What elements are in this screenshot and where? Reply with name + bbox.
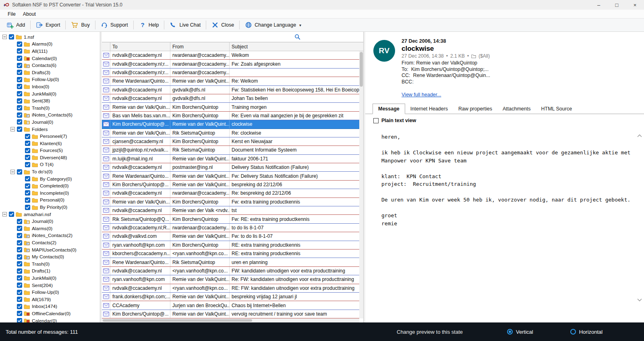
tree-item-inotes-contacts-6[interactable]: iNotes_Contacts(6) [0, 112, 100, 119]
email-row[interactable]: rvdvalk@ccacademy.nlrwardenaar@ccacademy… [102, 189, 363, 198]
checkbox-checked-icon[interactable] [25, 134, 30, 139]
email-row[interactable]: Rene Wardenaar/Quinto...Remie van der Va… [102, 77, 363, 85]
tab-message[interactable]: Message [373, 104, 405, 114]
tree-item-mapiusecontacts-0[interactable]: MAPIUseContacts(0) [0, 246, 100, 254]
checkbox-checked-icon[interactable] [17, 283, 22, 288]
tree-item-personeel-7[interactable]: Personeel(7) [0, 133, 100, 140]
menu-item-about[interactable]: About [19, 10, 39, 18]
email-row[interactable]: Bas van Melis bas.van.m...Kim BorchersQu… [102, 112, 363, 120]
plain-text-checkbox[interactable] [373, 118, 379, 123]
email-row[interactable]: Kim Borchers/Quintop@...Remie van der Va… [102, 181, 363, 189]
scroll-up-icon[interactable] [637, 132, 642, 139]
tree-item-my-contacts-0[interactable]: My Contacts(0) [0, 253, 100, 260]
tree-item-follow-up-0[interactable]: Follow-Up(0) [0, 76, 100, 83]
tree-item-sent-38[interactable]: Sent(38) [0, 97, 100, 104]
checkbox-checked-icon[interactable] [17, 318, 22, 322]
checkbox-checked-icon[interactable] [17, 261, 22, 266]
checkbox-checked-icon[interactable] [17, 127, 22, 132]
toolbar-button-export[interactable]: Export [32, 20, 64, 30]
tree-item-completed-0[interactable]: Completed(0) [0, 182, 100, 189]
collapse-icon[interactable] [2, 35, 7, 39]
tree-item-incomplete-0[interactable]: Incomplete(0) [0, 189, 100, 197]
tree-item-contacts-2[interactable]: Contacts(2) [0, 239, 100, 246]
tree-item-journal-0[interactable]: Journal(0) [0, 119, 100, 126]
tree-item-trash-0[interactable]: Trash(0) [0, 104, 100, 112]
tree-item-all-111[interactable]: All(111) [0, 48, 100, 55]
checkbox-checked-icon[interactable] [25, 183, 30, 189]
close-window-button[interactable]: × [626, 0, 644, 10]
email-row[interactable]: Rene Wardenaar/Quinto...Remie van der Va… [102, 172, 363, 180]
scrollbar-thumb[interactable] [103, 319, 252, 322]
scroll-down-icon[interactable] [637, 296, 642, 303]
tree-item-trash-0[interactable]: Trash(0) [0, 260, 100, 268]
toolbar-button-close[interactable]: Close [207, 20, 238, 30]
checkbox-checked-icon[interactable] [17, 84, 22, 89]
checkbox-checked-icon[interactable] [17, 254, 22, 260]
tree-item-all-1679[interactable]: All(1679) [0, 296, 100, 303]
checkbox-checked-icon[interactable] [25, 205, 30, 210]
checkbox-checked-icon[interactable] [17, 169, 22, 175]
checkbox-checked-icon[interactable] [9, 212, 14, 217]
column-header-from[interactable]: From [170, 42, 230, 51]
tree-item-1-nsf[interactable]: 1.nsf [0, 33, 100, 41]
tree-item-by-priority-0[interactable]: By Priority(0) [0, 204, 100, 211]
checkbox-checked-icon[interactable] [17, 91, 22, 96]
list-vertical-scrollbar[interactable] [359, 51, 363, 318]
tree-item-inbox-1474[interactable]: Inbox(1474) [0, 303, 100, 310]
maximize-button[interactable]: □ [608, 0, 626, 10]
checkbox-checked-icon[interactable] [17, 70, 22, 75]
email-row[interactable]: CCAcademyJurjen van den BroeckQu...Chaos… [102, 301, 363, 310]
checkbox-checked-icon[interactable] [17, 311, 22, 316]
tree-item-calendar-0[interactable]: Calendar(0) [0, 55, 100, 62]
checkbox-checked-icon[interactable] [17, 240, 22, 245]
tree-item-journal-0[interactable]: Journal(0) [0, 218, 100, 225]
tree-item-personal-0[interactable]: Personal(0) [0, 197, 100, 204]
checkbox-checked-icon[interactable] [17, 105, 22, 110]
checkbox-checked-icon[interactable] [17, 56, 22, 61]
email-row[interactable]: Remie van der Valk/Quin...Kim BorchersQu… [102, 198, 363, 206]
tree-item-contacts-6[interactable]: Contacts(6) [0, 62, 100, 69]
checkbox-checked-icon[interactable] [17, 42, 22, 47]
tree-item-klanten-6[interactable]: Klanten(6) [0, 140, 100, 147]
column-header-subject[interactable]: Subject [230, 42, 363, 51]
column-header-to[interactable]: To [110, 42, 170, 51]
checkbox-checked-icon[interactable] [25, 176, 30, 181]
tab-html-source[interactable]: HTML Source [536, 104, 577, 114]
tree-item-alarms-0[interactable]: Alarms(0) [0, 41, 100, 48]
tab-internet-headers[interactable]: Internet Headers [405, 104, 453, 114]
email-row[interactable]: rvdvalk@ccacademy.nlRemie van der Valk <… [102, 206, 363, 215]
tab-raw-properties[interactable]: Raw properties [453, 104, 497, 114]
tab-attachments[interactable]: Attachments [497, 104, 536, 114]
checkbox-checked-icon[interactable] [25, 190, 30, 195]
checkbox-checked-icon[interactable] [17, 268, 22, 274]
email-row[interactable]: rvdvalk@ccacademy.nl<ryan.vanhooft@kpn.c… [102, 267, 363, 275]
toolbar-button-support[interactable]: Support [97, 20, 132, 30]
email-row[interactable]: rvdvalk@valkvd.comRemie van der ValkQuin… [102, 232, 363, 241]
search-icon[interactable] [294, 34, 300, 42]
checkbox-checked-icon[interactable] [17, 233, 22, 238]
scrollbar-thumb[interactable] [360, 52, 363, 87]
view-full-header-link[interactable]: View full header... [402, 92, 441, 98]
checkbox-checked-icon[interactable] [17, 63, 22, 68]
tree-item-follow-up-0[interactable]: Follow-Up(0) [0, 289, 100, 296]
tree-item-inotes-contacts-2[interactable]: iNotes_Contacts(2) [0, 232, 100, 239]
toolbar-button-add[interactable]: Add [2, 20, 29, 30]
tree-item-diversen-48[interactable]: Diversen(48) [0, 154, 100, 161]
collapse-icon[interactable] [10, 170, 15, 174]
checkbox-checked-icon[interactable] [25, 155, 30, 160]
checkbox-checked-icon[interactable] [17, 297, 22, 302]
tree-item-calendar-0[interactable]: Calendar(0) [0, 317, 100, 322]
tree-item-by-category-0[interactable]: By Category(0) [0, 175, 100, 183]
tree-item-drafts-3[interactable]: Drafts(3) [0, 69, 100, 76]
email-row[interactable]: jpzijl@quintop.nl;rvdvalk...Rik SietsmaQ… [102, 146, 363, 154]
checkbox-checked-icon[interactable] [17, 48, 22, 54]
tree-item-fources-5[interactable]: Fources(5) [0, 147, 100, 154]
email-row[interactable]: Kim Borchers/Quintop@...Remie van der Va… [102, 310, 363, 318]
tree-item-folders[interactable]: Folders [0, 126, 100, 133]
email-row[interactable]: Remie van der Valk/Quin...Kim BorchersQu… [102, 103, 363, 111]
email-row[interactable]: frank.donkers@kpn.com;...Remie van der V… [102, 293, 363, 301]
email-row[interactable]: Remie van der Valk/Quin...Rik SietsmaQui… [102, 129, 363, 137]
tree-item-junkmail-0[interactable]: JunkMail(0) [0, 274, 100, 282]
email-row[interactable]: m.luijk@mail.ing.nlRemie van der ValkQui… [102, 155, 363, 163]
email-row[interactable]: cjansen@ccacademy.nlKim BorchersQuintopK… [102, 137, 363, 146]
